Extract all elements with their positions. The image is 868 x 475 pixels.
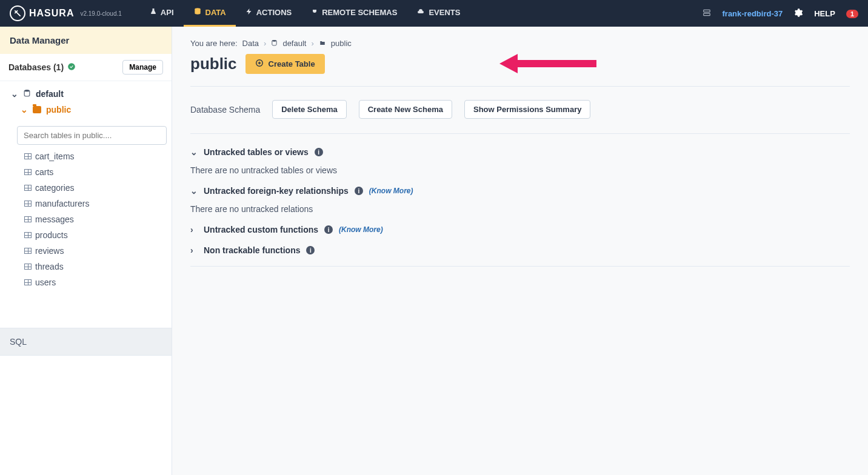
table-item[interactable]: messages [24, 211, 172, 227]
table-search [17, 126, 167, 145]
gear-icon[interactable] [793, 8, 803, 19]
table-item[interactable]: threads [24, 259, 172, 274]
db-name: default [36, 89, 64, 99]
table-item[interactable]: reviews [24, 243, 172, 259]
sidebar: Data Manager Databases (1) Manage ⌄ defa… [0, 27, 172, 475]
breadcrumb-schema: public [331, 39, 352, 48]
create-schema-button[interactable]: Create New Schema [359, 100, 452, 119]
plug-icon [311, 7, 318, 18]
table-icon [24, 169, 32, 175]
help-link[interactable]: HELP [814, 9, 835, 18]
section-title: Untracked custom functions [204, 225, 318, 234]
table-item[interactable]: categories [24, 180, 172, 196]
notification-bell[interactable]: 1 [846, 8, 858, 18]
section-header-untracked-functions[interactable]: › Untracked custom functions i (Know Mor… [190, 225, 850, 234]
info-icon[interactable]: i [355, 187, 363, 195]
nav-events[interactable]: EVENTS [407, 0, 470, 27]
section-untracked-tables: ⌄ Untracked tables or views i There are … [190, 147, 850, 175]
flask-icon [150, 7, 157, 18]
breadcrumb-db[interactable]: default [282, 39, 306, 48]
table-icon [24, 185, 32, 191]
section-untracked-functions: › Untracked custom functions i (Know Mor… [190, 225, 850, 234]
section-title: Non trackable functions [204, 245, 300, 255]
breadcrumb: You are here: Data › default › public [190, 39, 850, 48]
info-icon[interactable]: i [315, 148, 323, 156]
chevron-right-icon: › [190, 245, 198, 255]
section-untracked-fk: ⌄ Untracked foreign-key relationships i … [190, 186, 850, 214]
table-item[interactable]: manufacturers [24, 196, 172, 211]
table-item[interactable]: carts [24, 164, 172, 180]
databases-label: Databases (1) [8, 62, 64, 72]
nav-data-label: DATA [205, 8, 226, 17]
section-header-non-trackable[interactable]: › Non trackable functions i [190, 245, 850, 255]
schema-item-public[interactable]: ⌄ public [10, 102, 164, 118]
create-table-label: Create Table [269, 59, 315, 68]
databases-header: Databases (1) Manage [0, 54, 172, 81]
server-icon [702, 8, 712, 19]
database-icon [23, 89, 31, 99]
folder-icon [319, 39, 326, 48]
divider [190, 133, 850, 134]
create-table-button[interactable]: Create Table [245, 54, 325, 74]
table-icon [24, 201, 32, 207]
permissions-summary-button[interactable]: Show Permissions Summary [464, 100, 590, 119]
sql-link[interactable]: SQL [0, 328, 172, 356]
table-icon [24, 232, 32, 238]
chevron-down-icon: ⌄ [11, 89, 18, 99]
nav-actions[interactable]: ACTIONS [236, 0, 302, 27]
table-item[interactable]: cart_items [24, 148, 172, 164]
divider [190, 266, 850, 267]
title-row: public Create Table [190, 54, 850, 74]
chevron-down-icon: ⌄ [190, 147, 198, 157]
db-item-default[interactable]: ⌄ default [10, 86, 164, 102]
database-icon [271, 39, 278, 48]
table-list: cart_items carts categories manufacturer… [0, 148, 172, 290]
nav-actions-label: ACTIONS [256, 8, 292, 17]
empty-message: There are no untracked tables or views [190, 165, 850, 175]
annotation-arrow [499, 51, 596, 78]
table-icon [24, 153, 32, 159]
search-input[interactable] [17, 126, 167, 145]
section-header-untracked-fk[interactable]: ⌄ Untracked foreign-key relationships i … [190, 186, 850, 196]
section-header-untracked-tables[interactable]: ⌄ Untracked tables or views i [190, 147, 850, 157]
table-item[interactable]: users [24, 274, 172, 290]
nav-api-label: API [161, 8, 174, 17]
chevron-right-icon: › [311, 39, 313, 48]
chevron-down-icon: ⌄ [21, 105, 28, 115]
schema-label: Database Schema [190, 105, 260, 115]
info-icon[interactable]: i [306, 246, 315, 254]
database-icon [193, 7, 202, 18]
nav-remote-schemas[interactable]: REMOTE SCHEMAS [301, 0, 407, 27]
schema-actions-row: Database Schema Delete Schema Create New… [190, 100, 850, 119]
nav-remote-label: REMOTE SCHEMAS [322, 8, 397, 17]
plus-circle-icon [255, 59, 264, 69]
breadcrumb-prefix: You are here: [190, 39, 238, 48]
know-more-link[interactable]: (Know More) [369, 187, 413, 195]
info-icon[interactable]: i [324, 225, 333, 234]
table-item[interactable]: products [24, 227, 172, 243]
hasura-logo-icon [10, 5, 25, 21]
breadcrumb-root[interactable]: Data [242, 39, 259, 48]
product-name: HASURA [29, 8, 74, 19]
nav-data[interactable]: DATA [184, 0, 236, 27]
empty-message: There are no untracked relations [190, 204, 850, 214]
nav-api[interactable]: API [140, 0, 184, 27]
svg-point-4 [24, 90, 30, 91]
table-icon [24, 279, 32, 285]
logo[interactable]: HASURA v2.19.0-cloud.1 [10, 5, 122, 21]
table-icon [24, 248, 32, 254]
schema-name: public [46, 105, 71, 115]
chevron-down-icon: ⌄ [190, 186, 198, 196]
svg-point-5 [272, 40, 276, 42]
manage-button[interactable]: Manage [122, 60, 163, 75]
version-label: v2.19.0-cloud.1 [80, 10, 121, 17]
project-name[interactable]: frank-redbird-37 [723, 9, 783, 18]
notification-count: 1 [846, 10, 858, 18]
delete-schema-button[interactable]: Delete Schema [272, 100, 347, 119]
cloud-icon [416, 8, 425, 17]
know-more-link[interactable]: (Know More) [339, 225, 383, 234]
table-icon [24, 264, 32, 270]
svg-rect-1 [703, 10, 710, 12]
section-non-trackable: › Non trackable functions i [190, 245, 850, 255]
page-title: public [190, 55, 237, 73]
